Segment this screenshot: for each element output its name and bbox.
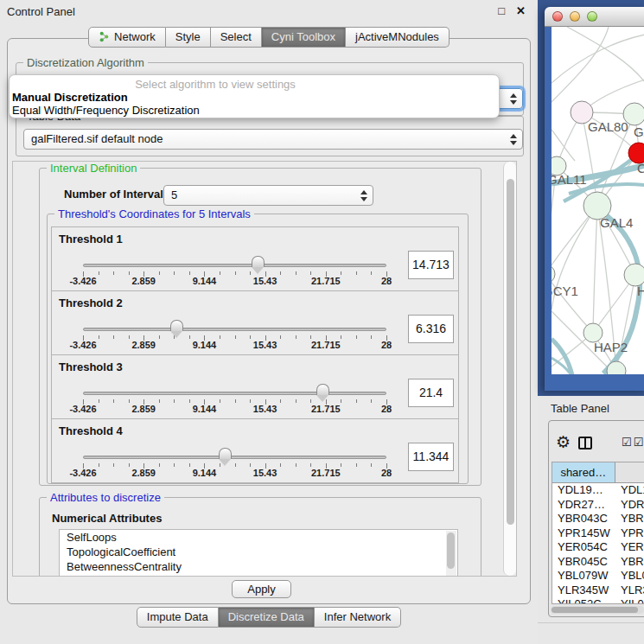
threshold-1-box: Threshold 1-3.4262.8599.14415.4321.71528… [51, 226, 459, 291]
network-view-window[interactable]: GAL80GACGAL11GAL4GCY1HHAP2 [545, 7, 644, 391]
slider-track[interactable] [83, 328, 386, 331]
numerical-attributes-label: Numerical Attributes [52, 512, 162, 525]
slider-track[interactable] [83, 264, 386, 267]
slider-tick [129, 271, 130, 275]
checkbox-checked-icon[interactable]: ☑ [634, 436, 644, 449]
zoom-traffic-light-icon[interactable] [587, 11, 597, 22]
table-header: shared…n [552, 462, 644, 483]
float-window-icon[interactable]: □ [498, 4, 505, 17]
attributes-scrollbar-thumb[interactable] [447, 532, 455, 569]
minimize-traffic-light-icon[interactable] [570, 11, 580, 22]
slider-tick [159, 271, 160, 275]
tab-style[interactable]: Style [166, 27, 211, 48]
bottom-tab-impute-data[interactable]: Impute Data [137, 607, 219, 628]
slider-tick [113, 335, 114, 339]
close-traffic-light-icon[interactable] [552, 11, 563, 22]
table-row[interactable]: YPR145WYPR1 [552, 526, 644, 541]
table-row[interactable]: YIL052CYIL0 [552, 597, 644, 603]
slider-tick-label: 28 [381, 468, 392, 478]
attributes-group-title: Attributes to discretize [47, 491, 164, 504]
close-panel-icon[interactable]: ✕ [516, 4, 526, 17]
slider-tick-label: 9.144 [193, 276, 217, 286]
slider-tick [280, 399, 281, 403]
attribute-item-selfloops[interactable]: SelfLoops [60, 530, 457, 545]
slider-thumb[interactable] [219, 448, 232, 459]
slider-tick-label: 15.43 [253, 468, 277, 478]
slider-tick [99, 463, 99, 467]
tab-network[interactable]: Network [88, 27, 166, 48]
gear-icon[interactable]: ⚙ [556, 432, 571, 452]
combo-stepper-icon[interactable] [510, 93, 517, 105]
threshold-value-field[interactable]: 11.344 [408, 443, 454, 471]
slider-tick [280, 463, 281, 467]
threshold-4-box: Threshold 4-3.4262.8599.14415.4321.71528… [51, 418, 459, 483]
columns-icon[interactable] [578, 437, 592, 450]
node-label: GAL80 [588, 119, 628, 134]
table-data-combobox[interactable]: galFiltered.sif default node [23, 129, 523, 150]
table-horizontal-scrollbar[interactable] [551, 606, 644, 614]
network-canvas[interactable]: GAL80GACGAL11GAL4GCY1HHAP2 [552, 27, 644, 374]
table-cell: YDR27… [552, 498, 615, 513]
table-cell: YIL0 [615, 597, 644, 603]
slider-track[interactable] [83, 456, 386, 459]
network-node-ga[interactable] [623, 103, 644, 125]
popup-item-manual-discretization[interactable]: Manual Discretization [10, 91, 499, 104]
slider-thumb[interactable] [252, 256, 265, 267]
combo-stepper-icon[interactable] [360, 190, 367, 201]
settings-scrollbar[interactable] [503, 162, 516, 576]
threshold-3-box: Threshold 3-3.4262.8599.14415.4321.71528… [51, 354, 459, 419]
tab-jactivemnodules[interactable]: jActiveMNodules [346, 27, 450, 48]
slider-tick-label: 9.144 [193, 468, 217, 478]
slider-tick-label: 21.715 [311, 276, 341, 286]
table-row[interactable]: YBR045CYBR0 [552, 555, 644, 570]
slider-tick [159, 399, 160, 403]
tab-label: Discretize Data [228, 610, 304, 623]
attribute-item-betweennesscentrality[interactable]: BetweennessCentrality [60, 559, 457, 574]
apply-button[interactable]: Apply [232, 580, 291, 598]
popup-item-equal-width-frequency-discretization[interactable]: Equal Width/Frequency Discretization [10, 104, 499, 117]
table-hscrollbar-thumb[interactable] [552, 607, 638, 613]
tab-cyni-toolbox[interactable]: Cyni Toolbox [262, 27, 346, 48]
number-of-intervals-combobox[interactable]: 5 [163, 185, 373, 206]
slider-tick [113, 399, 114, 403]
combo-stepper-icon[interactable] [510, 134, 517, 145]
bottom-tab-infer-network[interactable]: Infer Network [315, 607, 401, 628]
slider-tick-label: -3.426 [69, 468, 96, 478]
table-cell: YER0 [615, 540, 644, 555]
attribute-item-topologicalcoefficient[interactable]: TopologicalCoefficient [60, 545, 457, 559]
table-row[interactable]: YLR345WYLR3 [552, 583, 644, 598]
column-header-n[interactable]: n [615, 462, 644, 483]
slider-tick [310, 463, 311, 467]
slider-tick [189, 271, 190, 275]
table-row[interactable]: YBR043CYBR0 [552, 512, 644, 526]
settings-scrollbar-thumb[interactable] [507, 179, 514, 525]
numerical-attributes-list[interactable]: SelfLoopsTopologicalCoefficientBetweenne… [59, 529, 458, 577]
slider-tick-label: 21.715 [311, 340, 341, 350]
table-row[interactable]: YBL079WYBL0 [552, 569, 644, 583]
checkbox-checked-icon[interactable]: ☑ [622, 436, 632, 449]
attributes-scrollbar[interactable] [446, 531, 456, 577]
slider-tick-label: 9.144 [193, 404, 217, 414]
slider-thumb[interactable] [316, 384, 329, 395]
network-node-gcy1[interactable] [552, 265, 555, 284]
slider-thumb[interactable] [170, 320, 183, 331]
slider-tick [159, 335, 160, 339]
table-row[interactable]: YER054CYER0 [552, 540, 644, 555]
threshold-value-field[interactable]: 14.713 [408, 251, 454, 279]
column-header-shared[interactable]: shared… [552, 462, 615, 483]
slider-tick [371, 335, 372, 339]
tab-select[interactable]: Select [211, 27, 262, 48]
network-window-titlebar[interactable] [545, 7, 644, 27]
table-row[interactable]: YDR27…YDR2 [552, 498, 644, 513]
table-row[interactable]: YDL19…YDL1 [552, 483, 644, 498]
threshold-value-field[interactable]: 6.316 [408, 315, 454, 343]
tab-label: Style [175, 30, 201, 43]
slider-tick [250, 399, 251, 403]
table-cell: YBR045C [552, 555, 615, 570]
slider-tick [189, 463, 190, 467]
bottom-tab-discretize-data[interactable]: Discretize Data [219, 607, 315, 628]
slider-tick [356, 399, 357, 403]
tab-label: Select [220, 30, 252, 43]
slider-track[interactable] [83, 392, 386, 395]
threshold-value-field[interactable]: 21.4 [408, 379, 454, 407]
